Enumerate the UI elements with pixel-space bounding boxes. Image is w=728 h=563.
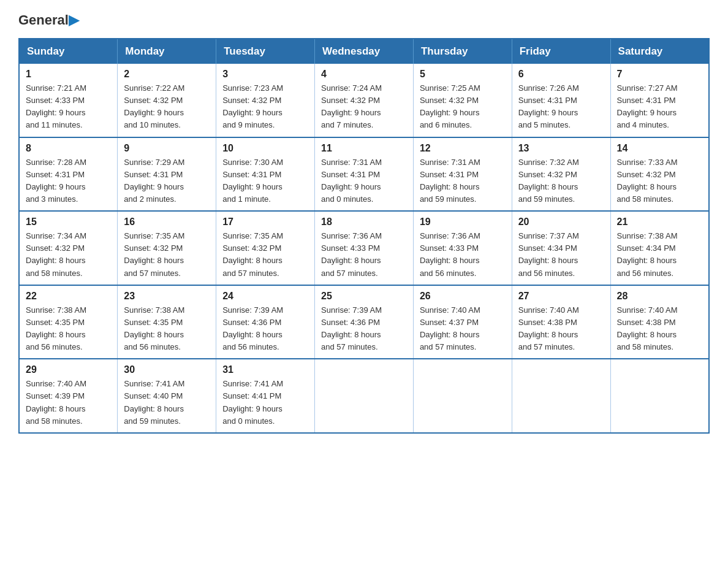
day-number: 21 [617, 216, 702, 228]
calendar-cell: 31 Sunrise: 7:41 AMSunset: 4:41 PMDaylig… [216, 359, 315, 433]
calendar-cell: 5 Sunrise: 7:25 AMSunset: 4:32 PMDayligh… [413, 64, 512, 137]
day-number: 24 [222, 291, 308, 302]
day-number: 17 [222, 216, 308, 228]
day-number: 31 [222, 364, 308, 375]
calendar-cell: 18 Sunrise: 7:36 AMSunset: 4:33 PMDaylig… [315, 211, 414, 285]
day-info: Sunrise: 7:21 AMSunset: 4:33 PMDaylight:… [26, 82, 111, 132]
day-info: Sunrise: 7:38 AMSunset: 4:35 PMDaylight:… [124, 304, 210, 354]
logo: General ▶ [18, 12, 79, 26]
calendar-cell: 2 Sunrise: 7:22 AMSunset: 4:32 PMDayligh… [118, 64, 216, 137]
day-info: Sunrise: 7:26 AMSunset: 4:31 PMDaylight:… [518, 82, 604, 132]
day-number: 19 [420, 216, 506, 228]
calendar-week-row: 15 Sunrise: 7:34 AMSunset: 4:32 PMDaylig… [19, 211, 709, 285]
day-info: Sunrise: 7:41 AMSunset: 4:40 PMDaylight:… [124, 378, 210, 427]
day-number: 30 [124, 364, 210, 375]
day-info: Sunrise: 7:34 AMSunset: 4:32 PMDaylight:… [26, 230, 111, 280]
day-number: 1 [26, 69, 111, 80]
calendar-cell: 21 Sunrise: 7:38 AMSunset: 4:34 PMDaylig… [610, 211, 709, 285]
day-info: Sunrise: 7:22 AMSunset: 4:32 PMDaylight:… [124, 82, 210, 132]
calendar-cell: 19 Sunrise: 7:36 AMSunset: 4:33 PMDaylig… [413, 211, 512, 285]
calendar-header-row: SundayMondayTuesdayWednesdayThursdayFrid… [19, 39, 709, 64]
calendar-cell: 12 Sunrise: 7:31 AMSunset: 4:31 PMDaylig… [413, 137, 512, 212]
day-number: 7 [617, 69, 702, 80]
day-info: Sunrise: 7:32 AMSunset: 4:32 PMDaylight:… [518, 156, 604, 206]
day-info: Sunrise: 7:35 AMSunset: 4:32 PMDaylight:… [222, 230, 308, 280]
day-number: 3 [222, 69, 308, 80]
day-number: 5 [420, 69, 506, 80]
calendar-cell: 26 Sunrise: 7:40 AMSunset: 4:37 PMDaylig… [413, 285, 512, 359]
day-number: 12 [420, 143, 506, 154]
calendar-cell: 1 Sunrise: 7:21 AMSunset: 4:33 PMDayligh… [19, 64, 118, 137]
day-number: 16 [124, 216, 210, 228]
column-header-saturday: Saturday [610, 39, 709, 64]
day-number: 10 [222, 143, 308, 154]
calendar-cell: 29 Sunrise: 7:40 AMSunset: 4:39 PMDaylig… [19, 359, 118, 433]
page-header: General ▶ [18, 12, 710, 26]
day-number: 6 [518, 69, 604, 80]
day-number: 9 [124, 143, 210, 154]
day-info: Sunrise: 7:40 AMSunset: 4:39 PMDaylight:… [26, 378, 111, 427]
calendar-week-row: 1 Sunrise: 7:21 AMSunset: 4:33 PMDayligh… [19, 64, 709, 137]
calendar-cell: 28 Sunrise: 7:40 AMSunset: 4:38 PMDaylig… [610, 285, 709, 359]
calendar-cell: 9 Sunrise: 7:29 AMSunset: 4:31 PMDayligh… [118, 137, 216, 212]
day-number: 20 [518, 216, 604, 228]
calendar-cell [610, 359, 709, 433]
calendar-cell: 3 Sunrise: 7:23 AMSunset: 4:32 PMDayligh… [216, 64, 315, 137]
calendar-cell [512, 359, 610, 433]
day-info: Sunrise: 7:37 AMSunset: 4:34 PMDaylight:… [518, 230, 604, 280]
day-info: Sunrise: 7:27 AMSunset: 4:31 PMDaylight:… [617, 82, 702, 132]
calendar-cell: 23 Sunrise: 7:38 AMSunset: 4:35 PMDaylig… [118, 285, 216, 359]
day-info: Sunrise: 7:41 AMSunset: 4:41 PMDaylight:… [222, 378, 308, 427]
day-number: 14 [617, 143, 702, 154]
day-info: Sunrise: 7:40 AMSunset: 4:37 PMDaylight:… [420, 304, 506, 354]
day-info: Sunrise: 7:36 AMSunset: 4:33 PMDaylight:… [420, 230, 506, 280]
day-number: 25 [321, 291, 407, 302]
day-number: 2 [124, 69, 210, 80]
day-info: Sunrise: 7:24 AMSunset: 4:32 PMDaylight:… [321, 82, 407, 132]
calendar-cell: 30 Sunrise: 7:41 AMSunset: 4:40 PMDaylig… [118, 359, 216, 433]
calendar-cell: 22 Sunrise: 7:38 AMSunset: 4:35 PMDaylig… [19, 285, 118, 359]
calendar-cell: 27 Sunrise: 7:40 AMSunset: 4:38 PMDaylig… [512, 285, 610, 359]
day-info: Sunrise: 7:30 AMSunset: 4:31 PMDaylight:… [222, 156, 308, 206]
calendar-cell: 6 Sunrise: 7:26 AMSunset: 4:31 PMDayligh… [512, 64, 610, 137]
day-info: Sunrise: 7:35 AMSunset: 4:32 PMDaylight:… [124, 230, 210, 280]
calendar-table: SundayMondayTuesdayWednesdayThursdayFrid… [18, 38, 710, 434]
day-number: 8 [26, 143, 111, 154]
day-number: 26 [420, 291, 506, 302]
day-info: Sunrise: 7:40 AMSunset: 4:38 PMDaylight:… [617, 304, 702, 354]
calendar-cell: 20 Sunrise: 7:37 AMSunset: 4:34 PMDaylig… [512, 211, 610, 285]
calendar-week-row: 22 Sunrise: 7:38 AMSunset: 4:35 PMDaylig… [19, 285, 709, 359]
day-number: 23 [124, 291, 210, 302]
day-number: 15 [26, 216, 111, 228]
day-info: Sunrise: 7:36 AMSunset: 4:33 PMDaylight:… [321, 230, 407, 280]
column-header-tuesday: Tuesday [216, 39, 315, 64]
day-number: 22 [26, 291, 111, 302]
column-header-monday: Monday [118, 39, 216, 64]
day-info: Sunrise: 7:29 AMSunset: 4:31 PMDaylight:… [124, 156, 210, 206]
day-info: Sunrise: 7:31 AMSunset: 4:31 PMDaylight:… [420, 156, 506, 206]
day-number: 11 [321, 143, 407, 154]
day-info: Sunrise: 7:23 AMSunset: 4:32 PMDaylight:… [222, 82, 308, 132]
column-header-thursday: Thursday [413, 39, 512, 64]
day-info: Sunrise: 7:38 AMSunset: 4:35 PMDaylight:… [26, 304, 111, 354]
day-info: Sunrise: 7:39 AMSunset: 4:36 PMDaylight:… [321, 304, 407, 354]
calendar-cell: 8 Sunrise: 7:28 AMSunset: 4:31 PMDayligh… [19, 137, 118, 212]
calendar-week-row: 29 Sunrise: 7:40 AMSunset: 4:39 PMDaylig… [19, 359, 709, 433]
day-info: Sunrise: 7:33 AMSunset: 4:32 PMDaylight:… [617, 156, 702, 206]
day-info: Sunrise: 7:31 AMSunset: 4:31 PMDaylight:… [321, 156, 407, 206]
calendar-cell: 25 Sunrise: 7:39 AMSunset: 4:36 PMDaylig… [315, 285, 414, 359]
day-info: Sunrise: 7:38 AMSunset: 4:34 PMDaylight:… [617, 230, 702, 280]
calendar-cell: 15 Sunrise: 7:34 AMSunset: 4:32 PMDaylig… [19, 211, 118, 285]
calendar-cell: 24 Sunrise: 7:39 AMSunset: 4:36 PMDaylig… [216, 285, 315, 359]
day-info: Sunrise: 7:39 AMSunset: 4:36 PMDaylight:… [222, 304, 308, 354]
column-header-sunday: Sunday [19, 39, 118, 64]
day-number: 27 [518, 291, 604, 302]
logo-blue-text: ▶ [69, 12, 79, 28]
column-header-friday: Friday [512, 39, 610, 64]
logo-general: General [18, 12, 69, 28]
day-number: 29 [26, 364, 111, 375]
day-number: 4 [321, 69, 407, 80]
calendar-cell: 4 Sunrise: 7:24 AMSunset: 4:32 PMDayligh… [315, 64, 414, 137]
calendar-cell [315, 359, 414, 433]
day-number: 18 [321, 216, 407, 228]
